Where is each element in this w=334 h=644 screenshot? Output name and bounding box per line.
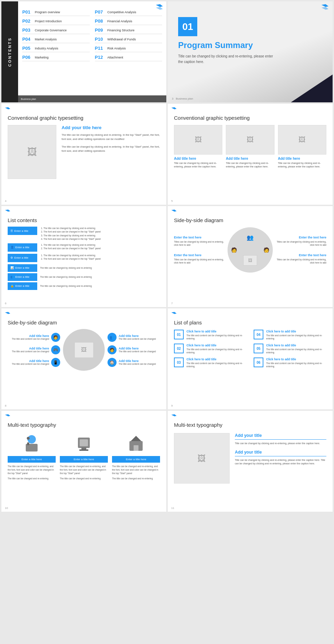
plan-title-05: Click here to add title (266, 344, 326, 347)
slide-7-sbs2: Side-by-side diagram Add title here The … (1, 308, 166, 409)
list-item: P03Corporate Governance (22, 26, 90, 34)
slide4-columns: 🖼 Add title here Title can be changed by… (174, 125, 326, 168)
slide2-desc: Title can be changed by clicking and re-… (178, 54, 276, 65)
svg-rect-5 (80, 439, 88, 446)
list-content-6: The title can be changed by clicking and… (40, 285, 92, 287)
plan-title-02: Click here to add title (186, 344, 247, 347)
slide9-columns: Enter a title here The title can be chan… (8, 433, 160, 480)
col2-image: 🖼 (226, 125, 274, 155)
slide3-layout: 🖼 Add your title here The title can be c… (8, 125, 160, 179)
slide7-r1: 👥 Add title here The title and content c… (108, 333, 160, 342)
slide7-layout: Add title here The title and content can… (8, 329, 160, 371)
slide6-layout: Enter the text here Titles can be change… (174, 227, 326, 273)
slide7-r2: 🧑 Add title here The title and content c… (108, 345, 160, 354)
list-row-5: 👥Enter a title The title can be changed … (8, 273, 160, 281)
slide9-col3: Enter a title here The title can be chan… (112, 433, 160, 480)
slide3-image: 🖼 (8, 125, 56, 179)
contents-grid: P01Program overview P07Competitive Analy… (22, 8, 162, 61)
slide9-page: 10 (5, 506, 8, 510)
plan-desc-06: The title and content can be changed by … (266, 362, 326, 368)
plan-num-02: 02 (174, 344, 184, 353)
slide2-number: 01 (178, 17, 197, 36)
slide10-image-icon: 🖼 (198, 454, 206, 463)
slide4-col1: 🖼 Add title here Title can be changed by… (174, 125, 222, 168)
list-item: P02Project Introduction (22, 17, 90, 25)
plan-desc-04: The title and content can be changed by … (266, 334, 326, 340)
list-label-1: ☰Enter a title (8, 227, 37, 235)
slide6-logo (171, 209, 177, 215)
col3-image: 🖼 (278, 125, 326, 155)
slide3-page: 4 (5, 199, 6, 203)
slide10-text-block: Add your title Title can be changed by c… (235, 433, 326, 484)
list-content-5: The title can be changed by clicking and… (40, 276, 92, 278)
list-label-2: 👤Enter a title (8, 243, 37, 252)
slide7-center: 🖼 (63, 329, 105, 371)
slide5-logo (5, 209, 10, 215)
slide1-logo (156, 4, 163, 11)
plan-num-06: 06 (254, 358, 263, 367)
slide8-page: 9 (171, 404, 173, 407)
slide-6-sbs: Side-by-side diagram Enter the text here… (168, 206, 333, 307)
slide6-left-2: Enter the text here Titles can be change… (174, 253, 225, 264)
plan-title-03: Click here to add title (186, 358, 247, 361)
list-item: P04Market Analysis (22, 36, 90, 43)
plan-title-01: Click here to add title (186, 330, 247, 333)
slide3-text: Add your title here The title can be cha… (62, 125, 160, 179)
slide9-desc2a: The title can be changed and re-entering… (60, 465, 108, 475)
slide10-add-title1: Add your title (235, 433, 326, 440)
slide10-logo (171, 414, 177, 420)
slide7-l1: Add title here The title and content can… (8, 333, 60, 342)
slide10-desc2: Title can be changed by clicking and re-… (235, 458, 326, 466)
slide6-right: Enter the text here Titles can be change… (276, 236, 326, 264)
slide8-plans-grid: 01 Click here to add title The title and… (174, 330, 326, 368)
image-icon: 🖼 (27, 146, 37, 158)
slide6-r1-desc: Titles can be changed by clicking and re… (276, 240, 326, 246)
plan-06: 06 Click here to add title The title and… (254, 358, 326, 368)
slide-10-multi-right: Multi-text typography 🖼 Add your title T… (168, 411, 333, 512)
slide6-r1-title: Enter the text here (276, 236, 326, 239)
slide4-col3: 🖼 Add title here Title can be changed by… (278, 125, 326, 168)
list-item: P10Withdrawal of Funds (95, 36, 162, 43)
col3-title: Add title here (278, 157, 326, 160)
svg-rect-7 (79, 449, 88, 451)
list-content-3: The title can be changed by clicking and… (40, 254, 101, 261)
svg-rect-3 (27, 442, 29, 445)
col1-desc: Title can be changed by clicking and re-… (174, 162, 222, 168)
slide7-r3: 🏠 Add title here The title and content c… (108, 358, 160, 367)
list-item: P05Industry Analysis (22, 45, 90, 52)
plan-desc-05: The title and content can be changed by … (266, 348, 326, 354)
slide9-col1: Enter a title here The title can be chan… (8, 433, 56, 480)
svg-rect-10 (134, 445, 138, 451)
list-content-1: The title can be changed by clicking and… (40, 227, 101, 241)
slide-8-plans: List of plans 01 Click here to add title… (168, 308, 333, 409)
slide9-title: Multi-text typography (8, 422, 160, 428)
plan-desc-02: The title and content can be changed by … (186, 348, 247, 354)
plan-01: 01 Click here to add title The title and… (174, 330, 247, 340)
slide9-desc1b: The title can be changed and re-entering (8, 477, 56, 480)
slide5-page: 6 (5, 302, 6, 305)
list-row-3: ⚙Enter a title The title can be changed … (8, 254, 160, 262)
slide2-page: 3 Business plan (172, 97, 193, 100)
slide9-btn2: Enter a title here (60, 456, 108, 463)
list-item: P06Marketing (22, 54, 90, 61)
slide10-page: 11 (171, 506, 174, 510)
plan-num-01: 01 (174, 330, 184, 339)
contents-sidebar: CONTENTS (1, 1, 18, 102)
slide7-page: 8 (5, 404, 6, 407)
col2-desc: Title can be changed by clicking and re-… (226, 162, 274, 168)
list-content-2: The title can be changed by clicking and… (40, 243, 101, 251)
slide4-col2: 🖼 Add title here Title can be changed by… (226, 125, 274, 168)
slide9-logo (5, 414, 10, 420)
slide6-right-2: Enter the text here Titles can be change… (276, 253, 326, 264)
slide3-title: Conventional graphic typesetting (8, 115, 160, 121)
slide6-l2-desc: Titles can be changed by clicking and re… (174, 258, 225, 264)
slide4-title: Conventional graphic typesetting (174, 115, 326, 121)
slide9-icon3 (112, 433, 160, 454)
slide5-list: ☰Enter a title The title can be changed … (8, 227, 160, 290)
slide-2-summary: 01 Program Summary Title can be changed … (168, 1, 333, 102)
list-item: P01Program overview (22, 8, 90, 16)
slide9-icon1 (8, 433, 56, 454)
list-item: P08Financial Analysis (95, 17, 162, 25)
col1-title: Add title here (174, 157, 222, 160)
plan-04: 04 Click here to add title The title and… (254, 330, 326, 340)
